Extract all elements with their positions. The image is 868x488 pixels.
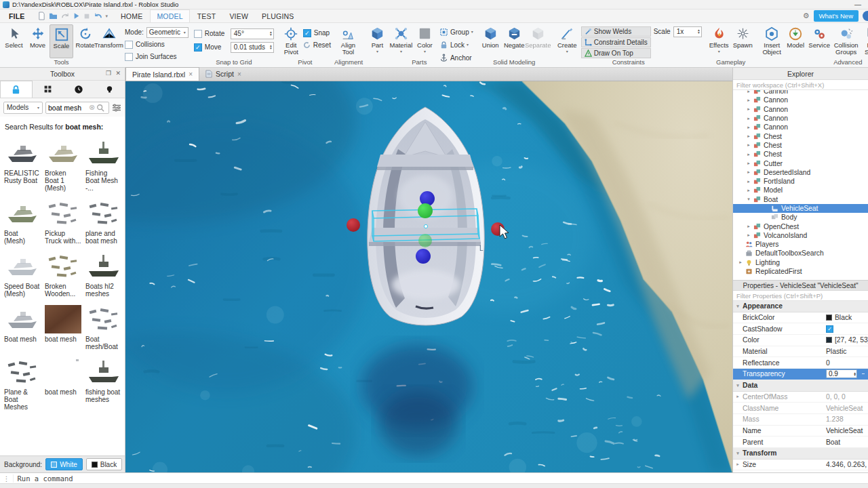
scale-handle-bottom[interactable] [418,234,432,247]
scale-tool-button[interactable]: Scale [50,24,73,58]
move-snap-checkbox[interactable]: ✓ [194,43,202,52]
section-collapse-chevron[interactable]: ▾ [733,383,743,388]
property-row-mass[interactable]: Mass 1.238 [733,414,868,426]
tree-expand-chevron[interactable]: ▾ [745,197,752,202]
property-row-name[interactable]: Name VehicleSeat [733,426,868,437]
tree-item-cannon[interactable]: ▸ Cannon [733,90,868,96]
constraint-details-toggle[interactable]: Constraint Details [581,37,651,47]
tree-expand-chevron[interactable]: ▸ [745,116,752,121]
scale-handle-left[interactable] [347,218,360,232]
toolbox-item[interactable]: Broken Wooden... [43,251,83,298]
property-row-brickcolor[interactable]: BrickColor Black [733,312,868,324]
tree-item-chest[interactable]: ▸ Chest [733,150,868,159]
tree-expand-chevron[interactable]: ▸ [745,179,752,184]
close-icon[interactable]: × [237,70,241,78]
open-icon[interactable] [49,12,58,20]
property-row-reflectance[interactable]: Reflectance 0 [733,357,868,369]
toolbox-item[interactable]: Boat mesh [3,304,42,350]
explorer-filter-input[interactable]: Filter workspace (Ctrl+Shift+X) [733,80,868,90]
tree-expand-chevron[interactable]: ▸ [745,232,752,238]
property-value-stepper[interactable]: 0.9▴▾ [826,369,857,378]
property-section-data[interactable]: ▾ Data [733,380,868,392]
constraint-scale-stepper[interactable]: 1x▴▾ [673,26,702,37]
tree-expand-chevron[interactable]: ▸ [745,142,752,148]
new-file-icon[interactable] [38,12,45,20]
tab-test[interactable]: TEST [191,10,222,22]
minimize-icon[interactable]: — [854,1,865,8]
redo-icon[interactable] [61,12,70,20]
union-button[interactable]: Union [479,24,502,58]
toolbox-item[interactable]: REALISTIC Rusty Boat [3,138,42,192]
tree-item-cannon[interactable]: ▸ Cannon [733,105,868,114]
effects-button[interactable]: Effects▾ [707,24,731,58]
property-expand-chevron[interactable]: ▸ [733,394,743,399]
insert-model-button[interactable]: Model [784,24,808,58]
tree-item-openchest[interactable]: ▸ OpenChest [733,222,868,230]
tab-model[interactable]: MODEL [150,9,189,22]
property-expand-chevron[interactable]: ▸ [733,462,743,467]
scale-handle-top[interactable] [418,203,433,218]
draw-on-top-toggle[interactable]: Draw On Top [581,48,651,58]
tree-item-fortisland[interactable]: ▸ FortIsland [733,177,868,186]
property-row-castshadow[interactable]: CastShadow ✓ [733,323,868,335]
toolbox-item[interactable]: boat mesh [43,304,83,350]
tree-expand-chevron[interactable]: ▸ [745,161,752,166]
whats-new-button[interactable]: What's New [814,10,859,22]
rotate-snap-stepper[interactable]: 45°▴▾ [231,28,274,39]
property-value[interactable]: 0 [826,359,830,367]
move-tool-button[interactable]: Move [26,24,50,58]
property-section-appearance[interactable]: ▾ Appearance [733,301,868,312]
tree-expand-chevron[interactable]: ▸ [737,260,744,265]
tree-item-lighting[interactable]: ▸ Lighting [733,258,868,267]
property-row-size[interactable]: ▸ Size 4.346, 0.263, 1.547 [733,460,868,471]
tree-item-model[interactable]: ▸ Model [733,186,868,195]
edit-pivot-button[interactable]: Edit Pivot [279,24,303,58]
property-section-transform[interactable]: ▾ Transform [733,448,868,460]
tree-item-boat[interactable]: ▾ Boat [733,195,868,204]
section-collapse-chevron[interactable]: ▾ [733,451,743,456]
toolbox-item[interactable]: Broken Boat 1 (Mesh) [43,138,83,192]
property-row-color[interactable]: Color [27, 42, 53] (Black) [733,335,868,346]
collision-groups-button[interactable]: Collision Groups [831,24,861,58]
scale-handle-back[interactable] [416,249,431,264]
avatar[interactable] [863,11,868,21]
rotate-tool-button[interactable]: Rotate [73,24,97,58]
filter-icon[interactable] [112,104,121,112]
join-surfaces-checkbox[interactable]: Join Surfaces [125,52,189,62]
rotate-snap-checkbox[interactable] [194,30,202,38]
clear-search-icon[interactable]: ⊗ [89,103,95,112]
property-row-material[interactable]: Material Plastic [733,346,868,358]
insert-object-button[interactable]: Insert Object [760,24,784,58]
property-value[interactable]: Boat [826,439,840,446]
toolbox-item[interactable]: Plane & Boat Meshes [3,357,42,411]
property-value[interactable]: Plastic [826,348,846,355]
file-menu[interactable]: FILE [3,10,31,22]
mode-dropdown[interactable]: Geometric▾ [146,27,189,38]
transform-tool-button[interactable]: Transform [97,24,121,58]
tree-item-vehicleseat[interactable]: VehicleSeat [733,204,868,213]
spawn-button[interactable]: Spawn [731,24,755,58]
properties-filter-input[interactable]: Filter Properties (Ctrl+Shift+P) [733,291,868,301]
toolbox-item[interactable]: fishing boat meshes [84,357,123,411]
toolbox-item[interactable]: Fishing Boat Mesh -... [84,138,123,192]
property-value[interactable]: 1.238 [826,415,844,423]
tree-item-replicatedfirst[interactable]: ReplicatedFirst [733,267,868,276]
property-value[interactable]: 4.346, 0.263, 1.547 [826,461,868,468]
command-bar[interactable]: ⋮ Run a command [0,472,868,483]
toolbox-item[interactable]: Speed Boat (Mesh) [3,251,42,298]
tree-item-chest[interactable]: ▸ Chest [733,131,868,140]
toolbox-item[interactable]: Boat (Mesh) [3,198,42,245]
category-dropdown[interactable]: Models▾ [3,102,43,114]
tree-expand-chevron[interactable]: ▸ [745,90,752,94]
property-row-parent[interactable]: Parent Boat [733,436,868,448]
toolbox-item[interactable]: boat mesh [43,357,83,411]
negate-button[interactable]: Negate [502,24,526,58]
tree-expand-chevron[interactable]: ▸ [745,98,752,103]
tab-pirate-island[interactable]: Pirate Island.rbxl× [125,67,199,81]
group-button[interactable]: Group▾ [439,26,473,37]
color-button[interactable]: Color▾ [413,24,437,58]
tree-item-cutter[interactable]: ▸ Cutter [733,159,868,167]
toolbox-tab-marketplace[interactable] [33,81,64,98]
castshadow-checkbox[interactable]: ✓ [826,325,833,333]
tree-expand-chevron[interactable]: ▸ [745,169,752,175]
